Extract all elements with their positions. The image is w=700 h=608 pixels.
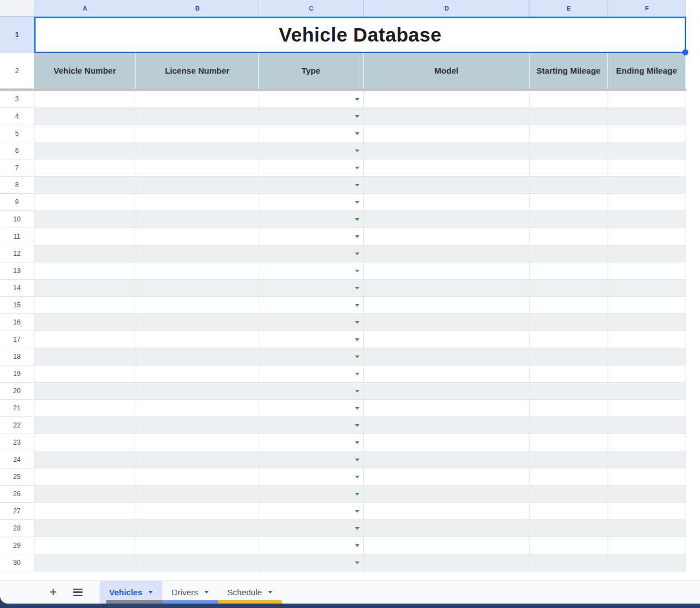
row-header-23[interactable]: 23 [0,434,34,451]
cell-e29[interactable] [530,537,608,554]
cell-f30[interactable] [608,554,686,571]
cell-f27[interactable] [608,503,686,520]
cell-d6[interactable] [364,142,530,159]
dropdown-arrow-icon[interactable] [355,476,359,478]
cell-a6[interactable] [34,142,136,159]
column-header-f[interactable]: F [608,0,686,17]
cell-a16[interactable] [34,314,136,331]
chevron-down-icon[interactable] [268,591,272,594]
row-header-27[interactable]: 27 [0,503,34,520]
dropdown-arrow-icon[interactable] [355,253,359,255]
dropdown-arrow-icon[interactable] [355,115,359,118]
cell-d5[interactable] [364,125,530,142]
cell-c12[interactable] [259,245,364,262]
cell-f20[interactable] [608,383,686,400]
cell-b7[interactable] [136,159,259,177]
cell-a12[interactable] [34,245,136,262]
cell-c8[interactable] [259,177,364,194]
column-title-cell[interactable]: Vehicle Number [34,53,136,89]
dropdown-arrow-icon[interactable] [355,493,359,496]
cell-e27[interactable] [530,503,608,520]
cell-c18[interactable] [259,348,364,365]
cell-b6[interactable] [136,142,259,159]
row-header-11[interactable]: 11 [0,228,34,245]
row-header-25[interactable]: 25 [0,468,34,486]
cell-b14[interactable] [136,280,259,297]
cell-f25[interactable] [608,468,686,486]
cell-c9[interactable] [259,194,364,211]
cell-e9[interactable] [530,194,608,211]
row-header-16[interactable]: 16 [0,314,34,331]
row-header-29[interactable]: 29 [0,537,34,554]
cell-d25[interactable] [364,468,530,486]
cell-e15[interactable] [530,297,608,314]
dropdown-arrow-icon[interactable] [355,527,359,530]
row-header-17[interactable]: 17 [0,331,34,348]
cell-b22[interactable] [136,417,259,434]
title-cell[interactable]: Vehicle Database [34,17,686,53]
cell-f9[interactable] [608,194,686,211]
dropdown-arrow-icon[interactable] [355,201,359,204]
cell-e26[interactable] [530,486,608,503]
cell-f8[interactable] [608,177,686,194]
row-header-15[interactable]: 15 [0,297,34,314]
cell-e23[interactable] [530,434,608,451]
cell-a20[interactable] [34,383,136,400]
cell-f26[interactable] [608,486,686,503]
row-header-1[interactable]: 1 [0,17,34,53]
cell-a14[interactable] [34,280,136,297]
cell-e12[interactable] [530,245,608,262]
cell-d21[interactable] [364,400,530,417]
row-header-13[interactable]: 13 [0,262,34,280]
cell-a18[interactable] [34,348,136,365]
dropdown-arrow-icon[interactable] [355,98,359,101]
cell-f3[interactable] [608,91,686,108]
cell-e24[interactable] [530,451,608,468]
add-sheet-button[interactable]: + [43,581,63,604]
dropdown-arrow-icon[interactable] [355,132,359,135]
cell-a21[interactable] [34,400,136,417]
cell-b16[interactable] [136,314,259,331]
row-header-21[interactable]: 21 [0,400,34,417]
dropdown-arrow-icon[interactable] [355,287,359,290]
dropdown-arrow-icon[interactable] [355,235,359,238]
cell-f21[interactable] [608,400,686,417]
dropdown-arrow-icon[interactable] [355,218,359,221]
cell-e22[interactable] [530,417,608,434]
dropdown-arrow-icon[interactable] [355,184,359,187]
cell-a17[interactable] [34,331,136,348]
column-title-cell[interactable]: License Number [136,53,259,89]
cell-c16[interactable] [259,314,364,331]
cell-c17[interactable] [259,331,364,348]
dropdown-arrow-icon[interactable] [355,373,359,375]
cell-e13[interactable] [530,262,608,280]
cell-b24[interactable] [136,451,259,468]
dropdown-arrow-icon[interactable] [355,167,359,169]
cell-c21[interactable] [259,400,364,417]
dropdown-arrow-icon[interactable] [355,270,359,272]
cell-a23[interactable] [34,434,136,451]
cell-a22[interactable] [34,417,136,434]
tab-schedule[interactable]: Schedule [218,581,282,604]
cell-c23[interactable] [259,434,364,451]
cell-f13[interactable] [608,262,686,280]
cell-f10[interactable] [608,211,686,228]
cell-e17[interactable] [530,331,608,348]
column-title-cell[interactable]: Ending Mileage [608,53,686,89]
cell-b25[interactable] [136,468,259,486]
cell-f14[interactable] [608,280,686,297]
cell-d13[interactable] [364,262,530,280]
dropdown-arrow-icon[interactable] [355,561,359,564]
cell-b28[interactable] [136,520,259,537]
row-header-2[interactable]: 2 [0,53,34,89]
cell-c7[interactable] [259,159,364,177]
row-header-4[interactable]: 4 [0,108,34,125]
cell-c30[interactable] [259,554,364,571]
cell-a29[interactable] [34,537,136,554]
row-header-8[interactable]: 8 [0,177,34,194]
cell-e20[interactable] [530,383,608,400]
cell-b19[interactable] [136,365,259,383]
cell-f15[interactable] [608,297,686,314]
cell-f16[interactable] [608,314,686,331]
cell-f18[interactable] [608,348,686,365]
